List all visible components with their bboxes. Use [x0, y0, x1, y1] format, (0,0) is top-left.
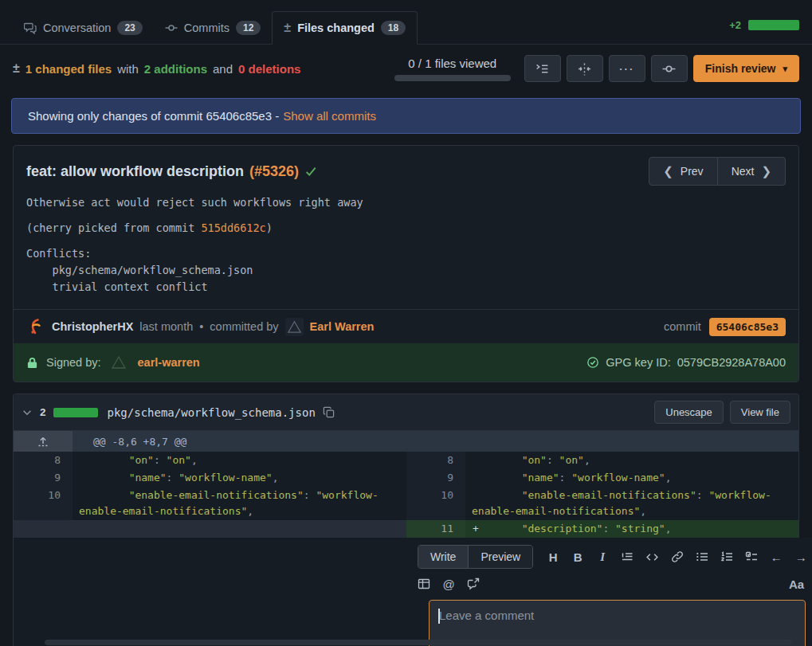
commit-sha-badge[interactable]: 65406c85e3 — [709, 318, 786, 336]
expand-hunk-button[interactable] — [14, 431, 73, 452]
issue-link[interactable]: (#5326) — [249, 163, 299, 180]
commit-message-line: Otherwise act would reject such workflow… — [26, 194, 786, 211]
code-line-left[interactable]: "on": "on", — [73, 452, 406, 469]
copy-icon[interactable] — [323, 406, 335, 418]
commit-filter-banner: Showing only changes of commit 65406c85e… — [11, 98, 801, 134]
line-number-right[interactable]: 10 — [406, 487, 465, 520]
code-line-right[interactable]: "name": "workflow-name", — [465, 469, 798, 487]
file-tree-button[interactable] — [524, 55, 561, 82]
unescape-label: Unescape — [665, 406, 712, 418]
editor-toolbar-secondary: @ Aa — [418, 576, 807, 592]
verified-seal-icon — [586, 356, 599, 369]
finish-review-button[interactable]: Finish review ▾ — [693, 55, 799, 82]
markdown-toolbar: H B I — [547, 549, 807, 565]
diffstat-summary: +2 — [729, 19, 799, 44]
commit-message-line: (cherry picked from commit 515dd6612c) — [26, 220, 786, 237]
line-number-right[interactable]: 11 — [406, 520, 465, 538]
line-number-left[interactable]: 8 — [14, 452, 73, 469]
static-text: with — [117, 62, 139, 76]
split-diff-icon — [578, 62, 591, 76]
empty-left-pane — [14, 538, 406, 646]
pr-tab-bar: Conversation 23 Commits 12 ± Files chang… — [0, 0, 812, 45]
files-viewed-label: 0 / 1 files viewed — [408, 57, 496, 70]
diff-row[interactable]: 9 "name": "workflow-name", 9 "name": "wo… — [14, 469, 798, 487]
diff-row-added[interactable]: 11 + "description": "string", — [14, 520, 798, 538]
tab-files-changed[interactable]: ± Files changed 18 — [272, 11, 418, 45]
static-text: and — [213, 62, 233, 76]
commit-details-box: feat: allow workflow description (#5326)… — [13, 145, 799, 382]
line-number-right[interactable]: 9 — [406, 469, 465, 487]
next-commit-button[interactable]: Next ❯ — [718, 157, 786, 186]
line-number-left[interactable]: 10 — [14, 487, 73, 520]
view-file-button[interactable]: View file — [730, 401, 790, 424]
gpg-key-label: GPG key ID: — [606, 356, 670, 369]
horizontal-scrollbar[interactable] — [45, 640, 791, 645]
link-icon[interactable] — [671, 549, 684, 565]
avatar-christopherhx[interactable] — [26, 317, 45, 336]
mention-icon[interactable]: @ — [442, 576, 455, 592]
table-icon[interactable] — [418, 576, 430, 592]
line-number-left[interactable]: 9 — [14, 469, 73, 487]
banner-text: Showing only changes of commit 65406c85e… — [28, 109, 279, 123]
committer-name[interactable]: Earl Warren — [310, 320, 375, 333]
collapse-file-chevron-down-icon[interactable] — [22, 407, 33, 418]
signer-name[interactable]: earl-warren — [138, 356, 200, 369]
changed-files-summary-row: ± 1 changed files with 2 additions and 0… — [0, 45, 812, 93]
caret-down-icon: ▾ — [783, 64, 787, 74]
code-line-right[interactable]: "enable-email-notifications": "workflow-… — [465, 487, 798, 520]
tab-commits[interactable]: Commits 12 — [154, 12, 273, 44]
bold-icon[interactable]: B — [571, 549, 584, 565]
list-unordered-icon[interactable] — [696, 549, 708, 565]
select-commit-button[interactable] — [651, 55, 688, 82]
avatar-earl-warren[interactable] — [285, 318, 304, 336]
tab-write[interactable]: Write — [418, 546, 468, 568]
commit-message-conflicts: Conflicts: pkg/schema/workflow_schema.js… — [26, 245, 786, 296]
static-text: ) — [266, 221, 273, 234]
list-task-icon[interactable] — [745, 549, 758, 565]
code-line-right[interactable]: "on": "on", — [465, 452, 798, 469]
gpg-key-group: GPG key ID: 0579CB2928A78A00 — [586, 356, 786, 369]
tab-conversation[interactable]: Conversation 23 — [13, 12, 154, 44]
font-toggle-button[interactable]: Aa — [789, 577, 804, 591]
quote-icon[interactable] — [621, 549, 634, 565]
arrow-right-icon[interactable]: → — [794, 549, 807, 565]
line-number-right[interactable]: 8 — [406, 452, 465, 469]
list-ordered-icon[interactable] — [720, 549, 733, 565]
show-all-commits-link[interactable]: Show all commits — [283, 109, 376, 123]
heading-icon[interactable]: H — [547, 549, 559, 565]
code-line-left[interactable]: "name": "workflow-name", — [73, 469, 406, 487]
diff-row[interactable]: 8 "on": "on", 8 "on": "on", — [14, 452, 798, 469]
commit-time: last month — [139, 320, 193, 333]
diff-icon: ± — [13, 61, 20, 76]
avatar-signer[interactable] — [109, 353, 128, 372]
diff-toolbar: 0 / 1 files viewed ··· Finish review ▾ — [394, 55, 799, 82]
unescape-button[interactable]: Unescape — [654, 401, 724, 424]
cherry-pick-hash-link[interactable]: 515dd6612c — [201, 221, 265, 234]
diff-options-button[interactable]: ··· — [609, 55, 645, 82]
check-icon — [304, 165, 318, 178]
finish-review-label: Finish review — [705, 62, 776, 75]
diffstat-bar — [748, 20, 799, 30]
hunk-header-row: @@ -8,6 +8,7 @@ — [14, 431, 798, 452]
code-line-left[interactable]: "enable-email-notifications": "workflow-… — [73, 487, 406, 520]
arrow-left-icon[interactable]: ← — [770, 549, 783, 565]
chat-icon — [24, 22, 37, 34]
conversation-count-badge: 23 — [117, 21, 142, 35]
commit-icon — [165, 22, 178, 34]
next-label: Next — [732, 165, 755, 178]
prev-commit-button[interactable]: ❮ Prev — [649, 157, 717, 186]
diff-view-style-button[interactable] — [567, 55, 603, 82]
code-line-right-added[interactable]: + "description": "string", — [465, 520, 798, 538]
addition-sign: + — [473, 521, 479, 537]
tab-preview[interactable]: Preview — [468, 546, 532, 568]
diff-row[interactable]: 10 "enable-email-notifications": "workfl… — [14, 487, 798, 520]
chevron-right-icon: ❯ — [761, 164, 771, 178]
code-icon[interactable] — [645, 549, 659, 565]
reference-icon[interactable] — [467, 576, 480, 592]
commit-title-text: feat: allow workflow description — [26, 163, 244, 180]
signed-by-label: Signed by: — [46, 356, 101, 369]
italic-icon[interactable]: I — [596, 549, 609, 565]
diff-icon: ± — [284, 21, 291, 35]
file-name[interactable]: pkg/schema/workflow_schema.json — [108, 406, 316, 419]
author-name[interactable]: ChristopherHX — [52, 320, 133, 333]
